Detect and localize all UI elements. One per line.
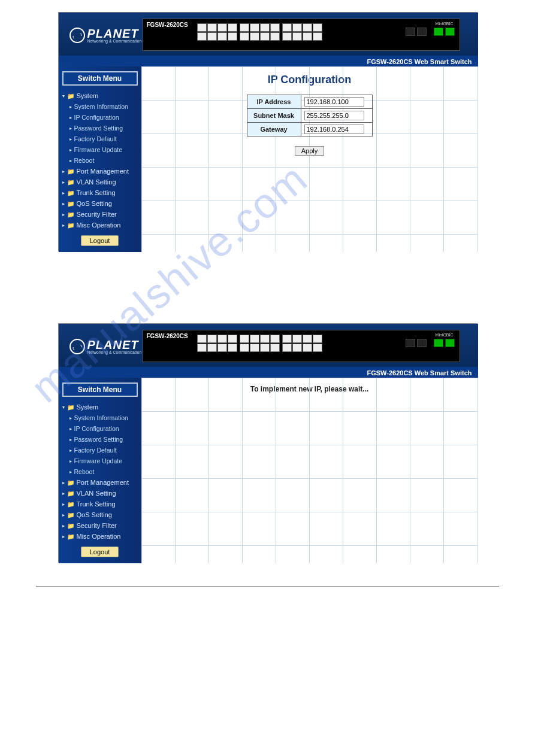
- sidebar-label: Security Filter: [77, 522, 117, 529]
- sidebar-item-pwd[interactable]: ▸Password Setting: [59, 123, 141, 133]
- sidebar-label: QoS Setting: [77, 200, 112, 207]
- brand-logo: PLANET Networking & Communication: [69, 339, 142, 355]
- header-banner: PLANET Networking & Communication FGSW-2…: [59, 324, 478, 378]
- folder-icon: 📁: [67, 190, 74, 196]
- sidebar-item-misc[interactable]: ▸📁Misc Operation: [59, 220, 141, 230]
- main-panel: To implement new IP, please wait...: [141, 378, 478, 563]
- sidebar-item-trunk[interactable]: ▸📁Trunk Setting: [59, 499, 141, 509]
- sidebar-item-system[interactable]: ▾📁System: [59, 402, 141, 412]
- sidebar: Switch Menu ▾📁System ▸System Information…: [59, 66, 141, 252]
- product-subtitle: FGSW-2620CS Web Smart Switch: [367, 369, 471, 377]
- brand-text: PLANET Networking & Communication: [87, 339, 142, 355]
- gateway-input[interactable]: [304, 125, 364, 134]
- folder-icon: 📁: [67, 512, 74, 518]
- sidebar-item-sec[interactable]: ▸📁Security Filter: [59, 520, 141, 531]
- sidebar-item-qos[interactable]: ▸📁QoS Setting: [59, 509, 141, 520]
- sidebar-item-sysinfo[interactable]: ▸System Information: [59, 412, 141, 423]
- sidebar-item-portmgmt[interactable]: ▸📁Port Management: [59, 166, 141, 177]
- aux-ports-label: MiniGBIC: [436, 333, 454, 337]
- planet-icon: [69, 28, 85, 43]
- sidebar-label: System: [77, 403, 99, 411]
- folder-icon: 📁: [67, 168, 74, 175]
- folder-icon: 📁: [67, 479, 74, 486]
- sidebar-label: VLAN Setting: [77, 490, 116, 497]
- sidebar-item-ipconf[interactable]: ▸IP Configuration: [59, 423, 141, 434]
- logout-button[interactable]: Logout: [81, 235, 119, 246]
- brand-name: PLANET: [87, 339, 142, 351]
- subnet-mask-input[interactable]: [304, 111, 364, 120]
- port-group: [197, 23, 353, 47]
- sidebar-label: Reboot: [74, 157, 95, 164]
- sidebar-label: Firmware Update: [74, 457, 123, 464]
- logout-button[interactable]: Logout: [81, 546, 119, 557]
- sidebar-item-qos[interactable]: ▸📁QoS Setting: [59, 198, 141, 209]
- device-illustration: FGSW-2620CS MiniGBIC: [143, 330, 460, 362]
- sidebar-label: Security Filter: [77, 211, 117, 218]
- sidebar-label: Port Management: [77, 168, 129, 175]
- product-subtitle: FGSW-2620CS Web Smart Switch: [367, 58, 471, 65]
- sidebar-item-pwd[interactable]: ▸Password Setting: [59, 434, 141, 445]
- sidebar-item-factory[interactable]: ▸Factory Default: [59, 445, 141, 456]
- sidebar-item-misc[interactable]: ▸📁Misc Operation: [59, 531, 141, 542]
- sidebar-label: IP Configuration: [74, 425, 119, 432]
- sidebar-item-system[interactable]: ▾📁System: [59, 90, 141, 101]
- sidebar-item-reboot[interactable]: ▸Reboot: [59, 155, 141, 166]
- sidebar-label: Firmware Update: [74, 146, 123, 153]
- device-model-label: FGSW-2620CS: [147, 22, 188, 28]
- sidebar-label: Misc Operation: [77, 221, 121, 229]
- aux-ports: [406, 339, 455, 347]
- sidebar-item-vlan[interactable]: ▸📁VLAN Setting: [59, 177, 141, 187]
- sidebar-item-sysinfo[interactable]: ▸System Information: [59, 101, 141, 112]
- ip-address-label: IP Address: [247, 95, 301, 109]
- subnet-mask-label: Subnet Mask: [247, 109, 301, 123]
- sidebar-header: Switch Menu: [62, 382, 138, 397]
- sidebar-label: Misc Operation: [77, 533, 121, 540]
- sidebar-label: Trunk Setting: [77, 500, 116, 508]
- port-group: [197, 335, 353, 359]
- sidebar-label: Port Management: [77, 479, 129, 486]
- folder-icon: 📁: [67, 523, 74, 529]
- sidebar-item-ipconf[interactable]: ▸IP Configuration: [59, 112, 141, 123]
- sidebar-label: System Information: [74, 103, 128, 110]
- apply-button[interactable]: Apply: [295, 146, 325, 156]
- sidebar-label: IP Configuration: [74, 114, 119, 121]
- folder-icon: 📁: [67, 211, 74, 218]
- sidebar-item-portmgmt[interactable]: ▸📁Port Management: [59, 477, 141, 488]
- sidebar-item-fw[interactable]: ▸Firmware Update: [59, 456, 141, 466]
- folder-icon: 📁: [67, 222, 74, 229]
- brand-name: PLANET: [87, 28, 142, 40]
- folder-icon: 📁: [67, 93, 74, 99]
- folder-icon: 📁: [67, 404, 74, 411]
- sidebar: Switch Menu ▾📁System ▸System Information…: [59, 378, 141, 563]
- screenshot-ip-config: PLANET Networking & Communication FGSW-2…: [58, 12, 477, 251]
- sidebar-label: Trunk Setting: [77, 189, 116, 196]
- sidebar-label: Password Setting: [74, 436, 123, 443]
- folder-icon: 📁: [67, 179, 74, 186]
- sidebar-label: Factory Default: [74, 135, 117, 142]
- folder-icon: 📁: [67, 490, 74, 497]
- sidebar-item-factory[interactable]: ▸Factory Default: [59, 133, 141, 144]
- main-panel: IP Configuration IP Address Subnet Mask …: [141, 66, 478, 252]
- sidebar-label: Reboot: [74, 468, 95, 475]
- sidebar-item-sec[interactable]: ▸📁Security Filter: [59, 209, 141, 220]
- sidebar-label: System Information: [74, 414, 128, 421]
- sidebar-label: VLAN Setting: [77, 178, 116, 186]
- folder-icon: 📁: [67, 501, 74, 508]
- sidebar-label: Password Setting: [74, 125, 123, 132]
- header-banner: PLANET Networking & Communication FGSW-2…: [59, 13, 478, 66]
- device-model-label: FGSW-2620CS: [147, 333, 188, 339]
- sidebar-item-reboot[interactable]: ▸Reboot: [59, 466, 141, 477]
- aux-ports-label: MiniGBIC: [436, 22, 454, 26]
- ip-config-form: IP Address Subnet Mask Gateway: [247, 95, 373, 136]
- sidebar-item-vlan[interactable]: ▸📁VLAN Setting: [59, 488, 141, 499]
- ip-address-input[interactable]: [304, 97, 364, 107]
- sidebar-label: QoS Setting: [77, 511, 112, 518]
- sidebar-item-trunk[interactable]: ▸📁Trunk Setting: [59, 187, 141, 198]
- sidebar-header: Switch Menu: [62, 71, 138, 86]
- sidebar-label: Factory Default: [74, 447, 117, 454]
- screenshot-wait: PLANET Networking & Communication FGSW-2…: [58, 323, 477, 563]
- brand-tagline: Networking & Communication: [87, 351, 142, 355]
- footer-rule: [36, 587, 499, 587]
- brand-text: PLANET Networking & Communication: [87, 28, 142, 44]
- sidebar-item-fw[interactable]: ▸Firmware Update: [59, 144, 141, 155]
